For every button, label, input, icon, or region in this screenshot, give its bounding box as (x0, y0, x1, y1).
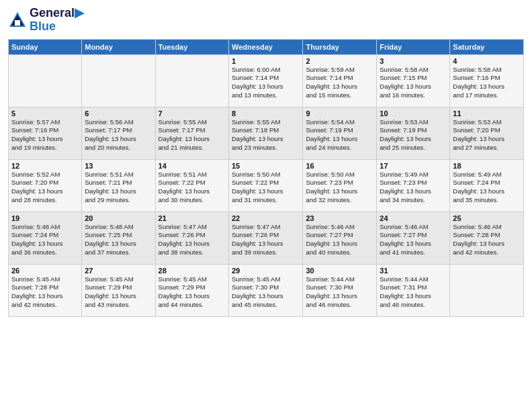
day-number: 16 (306, 162, 373, 170)
calendar-cell (9, 54, 82, 107)
day-number: 19 (11, 214, 79, 222)
day-info: Sunrise: 5:57 AM Sunset: 7:16 PM Dayligh… (11, 118, 79, 152)
day-info: Sunrise: 5:44 AM Sunset: 7:31 PM Dayligh… (380, 275, 447, 310)
calendar-header-row: SundayMondayTuesdayWednesdayThursdayFrid… (9, 39, 524, 54)
day-info: Sunrise: 5:45 AM Sunset: 7:30 PM Dayligh… (232, 275, 300, 310)
day-info: Sunrise: 5:55 AM Sunset: 7:17 PM Dayligh… (159, 118, 226, 152)
calendar-cell: 12Sunrise: 5:52 AM Sunset: 7:20 PM Dayli… (9, 159, 82, 212)
day-number: 23 (306, 214, 373, 222)
day-info: Sunrise: 5:59 AM Sunset: 7:14 PM Dayligh… (306, 66, 373, 100)
logo-icon (8, 11, 27, 30)
day-info: Sunrise: 5:54 AM Sunset: 7:19 PM Dayligh… (306, 118, 373, 152)
day-number: 12 (11, 162, 79, 170)
calendar-table: SundayMondayTuesdayWednesdayThursdayFrid… (8, 39, 524, 317)
day-info: Sunrise: 5:49 AM Sunset: 7:23 PM Dayligh… (380, 171, 447, 205)
day-number: 10 (380, 109, 447, 118)
calendar-week-row: 19Sunrise: 5:48 AM Sunset: 7:24 PM Dayli… (9, 212, 524, 264)
calendar-cell: 31Sunrise: 5:44 AM Sunset: 7:31 PM Dayli… (377, 264, 450, 316)
day-info: Sunrise: 5:50 AM Sunset: 7:23 PM Dayligh… (306, 171, 373, 205)
day-info: Sunrise: 5:47 AM Sunset: 7:26 PM Dayligh… (159, 223, 226, 257)
calendar-cell: 14Sunrise: 5:51 AM Sunset: 7:22 PM Dayli… (155, 159, 228, 212)
calendar-cell: 8Sunrise: 5:55 AM Sunset: 7:18 PM Daylig… (229, 107, 303, 159)
day-number: 14 (159, 162, 226, 170)
day-number: 2 (306, 57, 373, 65)
calendar-day-header: Saturday (450, 39, 524, 54)
calendar-day-header: Monday (82, 39, 155, 54)
calendar-cell: 24Sunrise: 5:46 AM Sunset: 7:27 PM Dayli… (377, 212, 450, 264)
calendar-cell: 1Sunrise: 6:00 AM Sunset: 7:14 PM Daylig… (229, 54, 303, 107)
calendar-body: 1Sunrise: 6:00 AM Sunset: 7:14 PM Daylig… (9, 54, 524, 316)
day-number: 6 (85, 109, 152, 118)
day-number: 18 (453, 162, 521, 170)
day-number: 25 (453, 214, 521, 222)
day-number: 5 (11, 109, 79, 118)
calendar-week-row: 1Sunrise: 6:00 AM Sunset: 7:14 PM Daylig… (9, 54, 524, 107)
calendar-cell: 10Sunrise: 5:53 AM Sunset: 7:19 PM Dayli… (377, 107, 450, 159)
header: General▶ Blue (8, 7, 524, 34)
logo-text: General▶ Blue (30, 7, 84, 34)
calendar-day-header: Tuesday (155, 39, 228, 54)
day-number: 29 (232, 267, 300, 275)
day-info: Sunrise: 5:45 AM Sunset: 7:29 PM Dayligh… (85, 275, 152, 310)
day-info: Sunrise: 5:45 AM Sunset: 7:28 PM Dayligh… (11, 275, 79, 310)
svg-rect-2 (15, 20, 20, 26)
calendar-cell: 19Sunrise: 5:48 AM Sunset: 7:24 PM Dayli… (9, 212, 82, 264)
calendar-cell: 9Sunrise: 5:54 AM Sunset: 7:19 PM Daylig… (303, 107, 377, 159)
day-info: Sunrise: 5:50 AM Sunset: 7:22 PM Dayligh… (232, 171, 300, 205)
day-info: Sunrise: 5:53 AM Sunset: 7:19 PM Dayligh… (380, 118, 447, 152)
day-info: Sunrise: 5:51 AM Sunset: 7:22 PM Dayligh… (159, 171, 226, 205)
calendar-cell: 15Sunrise: 5:50 AM Sunset: 7:22 PM Dayli… (229, 159, 303, 212)
calendar-week-row: 12Sunrise: 5:52 AM Sunset: 7:20 PM Dayli… (9, 159, 524, 212)
calendar-cell: 26Sunrise: 5:45 AM Sunset: 7:28 PM Dayli… (9, 264, 82, 316)
day-number: 4 (453, 57, 521, 65)
calendar-cell: 27Sunrise: 5:45 AM Sunset: 7:29 PM Dayli… (82, 264, 155, 316)
day-number: 13 (85, 162, 152, 170)
day-info: Sunrise: 5:46 AM Sunset: 7:27 PM Dayligh… (306, 223, 373, 257)
calendar-cell: 29Sunrise: 5:45 AM Sunset: 7:30 PM Dayli… (229, 264, 303, 316)
calendar-cell (82, 54, 155, 107)
calendar-day-header: Sunday (9, 39, 82, 54)
day-number: 22 (232, 214, 300, 222)
calendar-cell: 7Sunrise: 5:55 AM Sunset: 7:17 PM Daylig… (155, 107, 228, 159)
calendar-cell: 18Sunrise: 5:49 AM Sunset: 7:24 PM Dayli… (450, 159, 524, 212)
calendar-cell: 28Sunrise: 5:45 AM Sunset: 7:29 PM Dayli… (155, 264, 228, 316)
day-info: Sunrise: 5:45 AM Sunset: 7:29 PM Dayligh… (159, 275, 226, 310)
day-number: 17 (380, 162, 447, 170)
day-info: Sunrise: 5:46 AM Sunset: 7:27 PM Dayligh… (380, 223, 447, 257)
day-info: Sunrise: 5:55 AM Sunset: 7:18 PM Dayligh… (232, 118, 300, 152)
calendar-cell: 21Sunrise: 5:47 AM Sunset: 7:26 PM Dayli… (155, 212, 228, 264)
day-number: 21 (159, 214, 226, 222)
calendar-day-header: Wednesday (229, 39, 303, 54)
calendar-cell: 5Sunrise: 5:57 AM Sunset: 7:16 PM Daylig… (9, 107, 82, 159)
day-info: Sunrise: 5:48 AM Sunset: 7:25 PM Dayligh… (85, 223, 152, 257)
day-number: 26 (11, 267, 79, 275)
day-number: 27 (85, 267, 152, 275)
logo: General▶ Blue (8, 7, 84, 34)
calendar-cell: 20Sunrise: 5:48 AM Sunset: 7:25 PM Dayli… (82, 212, 155, 264)
calendar-cell: 30Sunrise: 5:44 AM Sunset: 7:30 PM Dayli… (303, 264, 377, 316)
calendar-cell: 4Sunrise: 5:58 AM Sunset: 7:16 PM Daylig… (450, 54, 524, 107)
day-number: 9 (306, 109, 373, 118)
day-number: 15 (232, 162, 300, 170)
calendar-week-row: 5Sunrise: 5:57 AM Sunset: 7:16 PM Daylig… (9, 107, 524, 159)
day-number: 20 (85, 214, 152, 222)
calendar-week-row: 26Sunrise: 5:45 AM Sunset: 7:28 PM Dayli… (9, 264, 524, 316)
calendar-cell: 23Sunrise: 5:46 AM Sunset: 7:27 PM Dayli… (303, 212, 377, 264)
day-number: 11 (453, 109, 521, 118)
day-info: Sunrise: 6:00 AM Sunset: 7:14 PM Dayligh… (232, 66, 300, 100)
day-info: Sunrise: 5:46 AM Sunset: 7:28 PM Dayligh… (453, 223, 521, 257)
day-info: Sunrise: 5:58 AM Sunset: 7:16 PM Dayligh… (453, 66, 521, 100)
calendar-cell: 6Sunrise: 5:56 AM Sunset: 7:17 PM Daylig… (82, 107, 155, 159)
calendar-day-header: Thursday (303, 39, 377, 54)
day-info: Sunrise: 5:58 AM Sunset: 7:15 PM Dayligh… (380, 66, 447, 100)
day-info: Sunrise: 5:48 AM Sunset: 7:24 PM Dayligh… (11, 223, 79, 257)
calendar-cell: 11Sunrise: 5:53 AM Sunset: 7:20 PM Dayli… (450, 107, 524, 159)
page: General▶ Blue SundayMondayTuesdayWednesd… (0, 0, 532, 411)
day-info: Sunrise: 5:49 AM Sunset: 7:24 PM Dayligh… (453, 171, 521, 205)
calendar-cell: 22Sunrise: 5:47 AM Sunset: 7:26 PM Dayli… (229, 212, 303, 264)
day-number: 8 (232, 109, 300, 118)
day-number: 28 (159, 267, 226, 275)
calendar-cell: 17Sunrise: 5:49 AM Sunset: 7:23 PM Dayli… (377, 159, 450, 212)
day-number: 1 (232, 57, 300, 65)
calendar-day-header: Friday (377, 39, 450, 54)
